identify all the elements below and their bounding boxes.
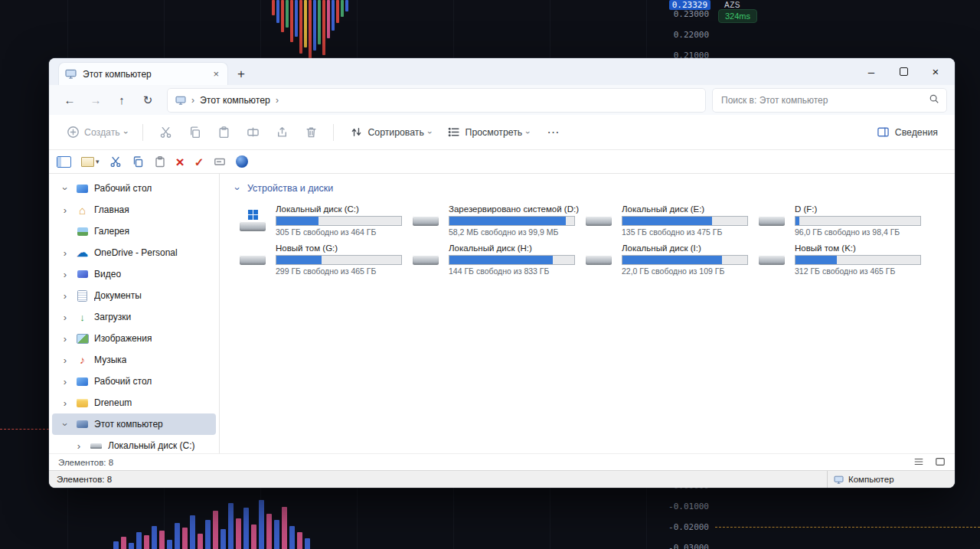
hdd-icon (240, 255, 266, 265)
drive-name: Зарезервировано системой (D:) (449, 204, 579, 214)
content-area: › Устройства и диски Локальный диск (C:)… (220, 174, 955, 453)
more-options-icon[interactable]: … (539, 122, 568, 143)
items-count-2: Элементов: 8 (57, 475, 112, 484)
back-button[interactable]: ← (57, 89, 83, 112)
drive-tile[interactable]: Локальный диск (H:)144 ГБ свободно из 83… (410, 242, 583, 277)
sidebar-item-drive[interactable]: ›Локальный диск (C:) (52, 435, 216, 453)
chevron-icon[interactable]: › (60, 334, 70, 344)
view-switcher (913, 456, 946, 469)
address-bar[interactable]: › Этот компьютер › (167, 88, 706, 113)
chevron-icon[interactable]: › (60, 312, 70, 322)
classic-paste-button[interactable] (154, 153, 166, 170)
drive-free-space: 96,0 ГБ свободно из 98,4 ГБ (795, 227, 921, 237)
chevron-icon[interactable]: › (60, 248, 70, 258)
list-view-icon[interactable] (913, 456, 924, 469)
status-zone-segment: Компьютер (827, 471, 955, 488)
capacity-bar (622, 255, 748, 265)
view-button[interactable]: Просмотреть › (441, 121, 536, 144)
open-shell-settings-button[interactable] (236, 153, 248, 170)
share-button[interactable] (269, 121, 295, 144)
navigation-bar: ← → ↑ ↻ › Этот компьютер › (49, 85, 955, 115)
sidebar-item-music[interactable]: ›Музыка (52, 349, 216, 371)
new-button[interactable]: Создать › (60, 121, 133, 144)
search-box[interactable] (712, 88, 947, 113)
drive-free-space: 305 ГБ свободно из 464 ГБ (276, 227, 402, 237)
sidebar-item-home[interactable]: ›Главная (52, 199, 216, 221)
cut-button[interactable] (152, 121, 178, 144)
sort-button[interactable]: Сортировать › (343, 121, 437, 144)
thumbnail-view-icon[interactable] (935, 456, 946, 469)
search-icon[interactable] (929, 93, 939, 107)
section-header[interactable]: › Устройства и диски (232, 183, 955, 194)
chevron-icon[interactable]: › (60, 183, 70, 194)
chevron-icon[interactable]: › (60, 355, 70, 365)
sidebar-item-gallery[interactable]: ›Галерея (52, 221, 216, 242)
chevron-down-icon[interactable]: › (233, 183, 243, 194)
paste-button[interactable] (211, 121, 237, 144)
drive-tile[interactable]: Локальный диск (I:)22,0 ГБ свободно из 1… (583, 242, 756, 277)
navigation-pane-toggle[interactable] (57, 153, 71, 170)
price-label: 0.22000 (674, 30, 709, 40)
chevron-down-icon: › (426, 131, 435, 134)
chevron-icon[interactable]: › (74, 441, 84, 451)
drive-tile[interactable]: Локальный диск (C:)305 ГБ свободно из 46… (237, 203, 410, 238)
delete-button[interactable] (298, 121, 324, 144)
drive-tile[interactable]: Локальный диск (E:)135 ГБ свободно из 47… (583, 203, 756, 238)
chevron-icon[interactable]: › (60, 270, 70, 279)
up-button[interactable]: ↑ (109, 89, 135, 112)
copy-button[interactable] (181, 121, 207, 144)
sidebar-item-videos[interactable]: ›Видео (52, 263, 216, 285)
volume-histogram (113, 498, 310, 549)
sidebar-item-desktop[interactable]: ›Рабочий стол (52, 178, 216, 199)
chevron-icon[interactable]: › (60, 205, 70, 215)
explorer-status-bar: Элементов: 8 (49, 453, 955, 470)
details-button[interactable]: Сведения (871, 121, 944, 144)
alert-line-orange (715, 527, 980, 528)
drive-icon (90, 440, 103, 452)
chevron-icon[interactable]: › (60, 377, 70, 387)
chevron-right-icon[interactable]: › (276, 95, 279, 106)
tab-close-icon[interactable]: × (211, 68, 221, 80)
details-button-label: Сведения (895, 127, 938, 138)
chevron-icon[interactable]: › (60, 291, 70, 301)
toolbar-separator (333, 124, 334, 141)
drive-tile[interactable]: Новый том (G:)299 ГБ свободно из 465 ГБ (237, 242, 410, 277)
sidebar-item-downloads[interactable]: ›Загрузки (52, 306, 216, 328)
sidebar-item-computer[interactable]: ›Этот компьютер (52, 413, 216, 435)
sidebar-item-documents[interactable]: ›Документы (52, 285, 216, 306)
rename-button[interactable] (240, 121, 266, 144)
sidebar-item-folder[interactable]: ›Dreneum (52, 392, 216, 413)
tab-this-pc[interactable]: Этот компьютер × (58, 62, 228, 85)
chevron-right-icon[interactable]: › (191, 95, 194, 106)
chevron-icon[interactable]: › (60, 398, 70, 408)
sidebar-item-desktop[interactable]: ›Рабочий стол (52, 371, 216, 392)
drive-tile[interactable]: Новый том (K:)312 ГБ свободно из 465 ГБ (756, 242, 929, 277)
chevron-icon[interactable]: › (60, 419, 70, 430)
capacity-bar-fill (449, 217, 566, 225)
sidebar-item-label: Локальный диск (C:) (108, 440, 195, 451)
minimize-button[interactable]: – (855, 59, 887, 84)
classic-copy-button[interactable] (132, 153, 144, 170)
classic-delete-button[interactable]: × (176, 153, 185, 170)
toolbar-separator (142, 124, 143, 141)
file-explorer-window: Этот компьютер × + – × ← → ↑ ↻ › Этот ко… (49, 58, 955, 488)
sidebar-item-label: Этот компьютер (94, 419, 163, 430)
forward-button[interactable]: → (83, 89, 109, 112)
pictures-icon (76, 332, 89, 345)
refresh-button[interactable]: ↻ (135, 89, 161, 112)
classic-cut-button[interactable] (109, 153, 122, 170)
maximize-button[interactable] (887, 59, 920, 84)
new-tab-button[interactable]: + (228, 67, 254, 85)
sidebar-item-onedrive[interactable]: ›OneDrive - Personal (52, 242, 216, 263)
close-button[interactable]: × (920, 59, 952, 84)
classic-apply-button[interactable]: ✓ (194, 153, 204, 170)
drive-tile[interactable]: D (F:)96,0 ГБ свободно из 98,4 ГБ (756, 203, 929, 238)
drive-icon (756, 242, 788, 277)
classic-rename-button[interactable] (214, 153, 226, 170)
search-input[interactable] (720, 94, 924, 106)
email-button[interactable]: ▾ (81, 153, 100, 170)
drive-tile[interactable]: Зарезервировано системой (D:)58,2 МБ сво… (410, 203, 583, 238)
gallery-icon (76, 225, 89, 237)
sidebar-item-pictures[interactable]: ›Изображения (52, 328, 216, 349)
breadcrumb-this-pc[interactable]: Этот компьютер (200, 95, 270, 106)
